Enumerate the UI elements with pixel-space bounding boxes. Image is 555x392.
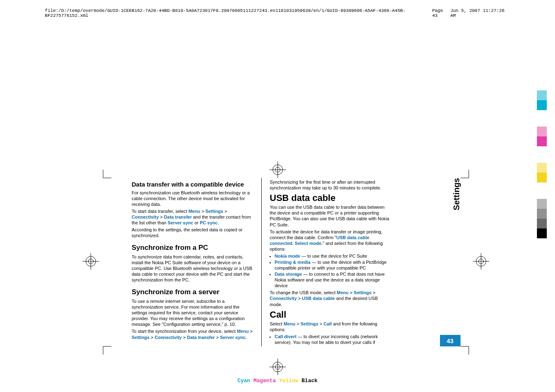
para: According to the settings, the selected … [132,227,253,238]
crop-mark-br [461,338,477,355]
page-wrap: Data transfer with a compatible device F… [128,161,428,384]
link-call[interactable]: Call [323,321,332,326]
link-server-sync[interactable]: Server sync [220,335,245,340]
para: To synchronize data from calendar, notes… [132,254,253,283]
para: For synchronization use Bluetooth wirele… [132,190,253,207]
heading-call: Call [270,310,391,319]
header-date: Jun 5, 2007 11:27:26 AM [450,8,510,18]
manual-area: Data transfer with a compatible device F… [132,178,424,346]
list-item: Printing & media — to use the device wit… [275,259,391,271]
heading-usb: USB data cable [270,193,391,203]
link-pc-sync[interactable]: PC sync [200,220,217,225]
para: Synchronizing for the first time or afte… [270,179,391,191]
right-column: Synchronizing for the first time or afte… [270,178,391,346]
link-server-sync[interactable]: Server sync [168,220,193,225]
para: You can use the USB data cable to transf… [270,204,391,227]
link-settings[interactable]: Settings [354,290,371,295]
registration-mark-bottom [269,359,286,375]
heading-sync-pc: Synchronize from a PC [132,243,253,252]
crop-mark-bl [95,338,111,355]
label-cyan: Cyan [237,378,250,384]
heading-data-transfer: Data transfer with a compatible device [132,181,253,188]
link-connectivity[interactable]: Connectivity [270,296,297,301]
option-list: Nokia mode — to use the device for PC Su… [275,253,391,288]
registration-mark-left [83,253,99,271]
crop-mark-tr [461,170,477,186]
para: To use a remote internet server, subscri… [132,298,253,327]
header-path: file:/D:/temp/overmode/GUID-1CEEB162-7A2… [45,8,432,18]
side-tab-settings: Settings [452,178,461,210]
para: To start data transfer, select Menu > Se… [132,208,253,226]
link-menu[interactable]: Menu [283,321,295,326]
list-item: Data storage — to connect to a PC that d… [275,271,391,288]
link-data-storage[interactable]: Data storage [275,272,302,277]
label-magenta: Magenta [253,378,276,384]
link-settings[interactable]: Settings [132,335,150,340]
color-bars [537,90,547,238]
link-usb-cable[interactable]: USB data cable [302,296,335,301]
registration-mark-top [269,161,286,178]
link-menu[interactable]: Menu [337,290,349,295]
link-data-transfer[interactable]: Data transfer [164,214,192,219]
page-number: 43 [440,335,461,346]
para: Select Menu > Settings > Call and from t… [270,321,391,332]
link-printing-media[interactable]: Printing & media [275,260,311,265]
para: To start the synchronization from your d… [132,328,253,340]
header-page: Page 43 [432,8,450,18]
label-yellow: Yellow [279,378,298,384]
para: To activate the device for data transfer… [270,229,391,252]
footer-cmyk: Cyan Magenta Yellow Black [237,378,318,384]
link-data-transfer[interactable]: Data transfer [187,335,215,340]
link-menu[interactable]: Menu [189,209,200,214]
column-divider [261,178,262,346]
link-connectivity[interactable]: Connectivity [154,335,182,340]
left-column: Data transfer with a compatible device F… [132,178,253,346]
option-list: Call divert — to divert your incoming ca… [275,334,391,345]
link-settings[interactable]: Settings [205,209,223,214]
link-menu[interactable]: Menu [237,329,249,334]
label-black: Black [302,378,318,384]
link-nokia-mode[interactable]: Nokia mode [275,254,300,258]
header-line: file:/D:/temp/overmode/GUID-1CEEB162-7A2… [41,8,513,18]
heading-sync-server: Synchronize from a server [132,288,253,297]
link-settings[interactable]: Settings [300,321,318,326]
list-item: Call divert — to divert your incoming ca… [275,334,391,345]
list-item: Nokia mode — to use the device for PC Su… [275,253,391,259]
link-call-divert[interactable]: Call divert [275,334,297,339]
crop-mark-tl [95,170,111,186]
para: To change the USB mode, select Menu > Se… [270,290,391,307]
registration-mark-right [473,253,489,271]
link-connectivity[interactable]: Connectivity [132,214,159,219]
